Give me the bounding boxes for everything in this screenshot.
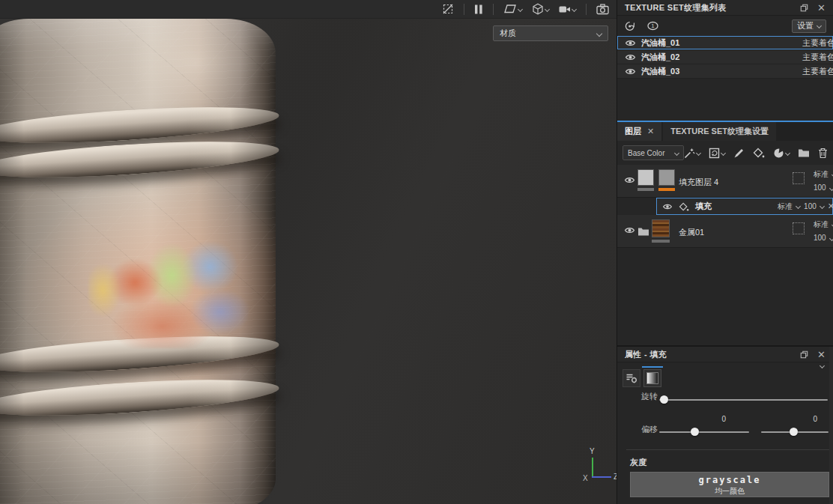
texture-set-row[interactable]: 汽油桶_03 主要着色器 xyxy=(617,64,833,79)
settings-button[interactable]: 设置 xyxy=(792,19,826,33)
visibility-eye-icon[interactable] xyxy=(625,39,636,47)
texture-set-panel-header: TEXTURE SET纹理集列表 ✕ xyxy=(617,0,833,16)
rotation-slider[interactable] xyxy=(659,399,828,401)
texture-set-toolbar: 1 设置 xyxy=(617,16,833,36)
clipped-dropdown-chevron[interactable] xyxy=(820,363,825,368)
layer-visibility-eye-icon[interactable] xyxy=(624,226,635,234)
undock-panel-icon[interactable] xyxy=(800,4,808,12)
layer-opacity[interactable]: 100 xyxy=(814,231,826,245)
material-properties-tab[interactable] xyxy=(623,369,640,387)
divider xyxy=(626,449,830,450)
layer-row-fill-layer-4[interactable]: 填充图层 4 标准 100 xyxy=(617,165,833,198)
properties-panel: 属性 - 填充 ✕ 旋转 xyxy=(617,345,833,504)
grayscale-resource-button[interactable]: grayscale 均一颜色 xyxy=(630,472,829,497)
pause-icon[interactable] xyxy=(474,4,483,14)
chevron-down-icon xyxy=(829,185,833,190)
layer-visibility-eye-icon[interactable] xyxy=(662,203,673,210)
mask-placeholder-icon[interactable] xyxy=(793,222,805,234)
layer-subrow-fill-selected[interactable]: 填充 标准 100 ✕ xyxy=(656,198,833,215)
layer-name: 金属01 xyxy=(679,227,704,238)
mesh-cube-view-icon[interactable] xyxy=(532,3,549,15)
grayscale-properties-tab[interactable] xyxy=(643,369,661,387)
offset-slider-u-handle[interactable] xyxy=(691,428,699,436)
chevron-down-icon xyxy=(820,204,825,209)
rotation-slider-handle[interactable] xyxy=(660,395,668,404)
remove-subrow-icon[interactable]: ✕ xyxy=(828,202,833,210)
offset-slider-u[interactable] xyxy=(659,431,749,433)
layer-row-metal01[interactable]: 金属01 标准 100 xyxy=(617,215,833,248)
material-dropdown-value: 材质 xyxy=(500,28,516,39)
undock-panel-icon[interactable] xyxy=(800,350,808,359)
layer-channel-bar xyxy=(637,188,654,191)
grayscale-resource-subtitle: 均一颜色 xyxy=(631,486,829,497)
chevron-down-icon xyxy=(696,150,701,155)
chevron-down-icon xyxy=(572,6,577,11)
offset-label: 偏移 xyxy=(641,424,658,435)
y-axis-label: Y xyxy=(590,447,595,455)
close-panel-icon[interactable]: ✕ xyxy=(817,3,826,13)
delete-trash-icon[interactable] xyxy=(818,148,828,159)
selection-disabled-icon[interactable] xyxy=(442,3,454,15)
properties-scrollbar[interactable] xyxy=(829,347,833,504)
tab-layers[interactable]: 图层 ✕ xyxy=(617,122,661,141)
offset-value-1[interactable]: 0 xyxy=(696,415,726,423)
layer-name: 填充图层 4 xyxy=(679,177,718,188)
texture-set-panel-title: TEXTURE SET纹理集列表 xyxy=(625,2,727,13)
mask-placeholder-icon[interactable] xyxy=(793,172,805,184)
add-fill-layer-icon[interactable] xyxy=(709,148,725,159)
layer-content-thumbnail[interactable] xyxy=(637,169,654,186)
subrow-blend-mode[interactable]: 标准 xyxy=(778,201,793,212)
visibility-eye-icon[interactable] xyxy=(625,53,636,61)
y-axis-line xyxy=(592,458,593,476)
solo-view-eye-icon[interactable]: 1 xyxy=(646,21,659,31)
chevron-down-icon xyxy=(596,30,602,36)
svg-text:1: 1 xyxy=(651,22,655,29)
gradient-icon xyxy=(646,372,658,384)
add-folder-icon[interactable] xyxy=(798,148,810,157)
settings-button-label: 设置 xyxy=(797,20,814,31)
layer-channel-bar xyxy=(652,240,670,243)
texture-set-row[interactable]: 汽油桶_02 主要着色器 xyxy=(617,50,833,64)
chevron-down-icon xyxy=(829,235,833,240)
grayscale-section: 灰度 grayscale 均一颜色 0.5 xyxy=(617,452,833,504)
toolbar-divider xyxy=(464,4,464,15)
toolbar-divider xyxy=(493,4,494,15)
offset-value-2[interactable]: 0 xyxy=(787,415,817,423)
fill-bucket-icon[interactable] xyxy=(753,148,765,158)
fill-bucket-icon xyxy=(679,202,689,211)
perspective-view-icon[interactable] xyxy=(503,4,522,14)
layer-mask-thumbnail[interactable] xyxy=(658,169,675,186)
layers-panel: 图层 ✕ TEXTURE SET纹理集设置 Base Color xyxy=(617,121,833,345)
texture-set-row[interactable]: 汽油桶_01 主要着色器 xyxy=(617,36,833,50)
camera-view-icon[interactable] xyxy=(559,4,576,14)
3d-viewport[interactable]: 材质 Y Z X xyxy=(0,19,617,504)
chevron-down-icon xyxy=(545,6,550,11)
properties-panel-header: 属性 - 填充 ✕ xyxy=(617,347,833,362)
texture-set-name: 汽油桶_01 xyxy=(641,37,679,49)
offset-slider-v[interactable] xyxy=(761,431,829,433)
layer-visibility-eye-icon[interactable] xyxy=(624,176,635,184)
close-tab-icon[interactable]: ✕ xyxy=(647,127,654,136)
add-effect-wand-icon[interactable] xyxy=(684,148,700,159)
subrow-opacity[interactable]: 100 xyxy=(804,202,817,210)
properties-panel-title: 属性 - 填充 xyxy=(625,349,667,360)
layer-blend-mode[interactable]: 标准 xyxy=(814,218,829,231)
substance-painter-window: 材质 Y Z X TEXTURE SET纹理集列表 ✕ 1 xyxy=(0,0,833,504)
offset-slider-v-handle[interactable] xyxy=(790,428,798,436)
smart-material-sphere-icon[interactable] xyxy=(773,148,790,159)
add-paint-layer-brush-icon[interactable] xyxy=(733,148,745,159)
barrel-3d-model[interactable] xyxy=(0,19,276,504)
channel-dropdown[interactable]: Base Color xyxy=(623,145,684,160)
close-panel-icon[interactable]: ✕ xyxy=(817,350,826,359)
sync-visibility-icon[interactable] xyxy=(624,21,636,31)
layer-blend-mode[interactable]: 标准 xyxy=(814,168,829,181)
group-folder-icon[interactable] xyxy=(637,227,649,236)
right-dock: TEXTURE SET纹理集列表 ✕ 1 设置 汽油桶_01 主要着色器 xyxy=(617,0,833,504)
visibility-eye-icon[interactable] xyxy=(625,67,636,76)
snapshot-camera-icon[interactable] xyxy=(596,4,609,15)
layer-channel-bar-orange xyxy=(658,188,675,191)
layer-material-thumbnail[interactable] xyxy=(652,219,670,237)
layer-opacity[interactable]: 100 xyxy=(814,181,826,195)
viewport-material-dropdown[interactable]: 材质 xyxy=(493,25,608,41)
tab-texture-set-settings[interactable]: TEXTURE SET纹理集设置 xyxy=(663,122,776,141)
